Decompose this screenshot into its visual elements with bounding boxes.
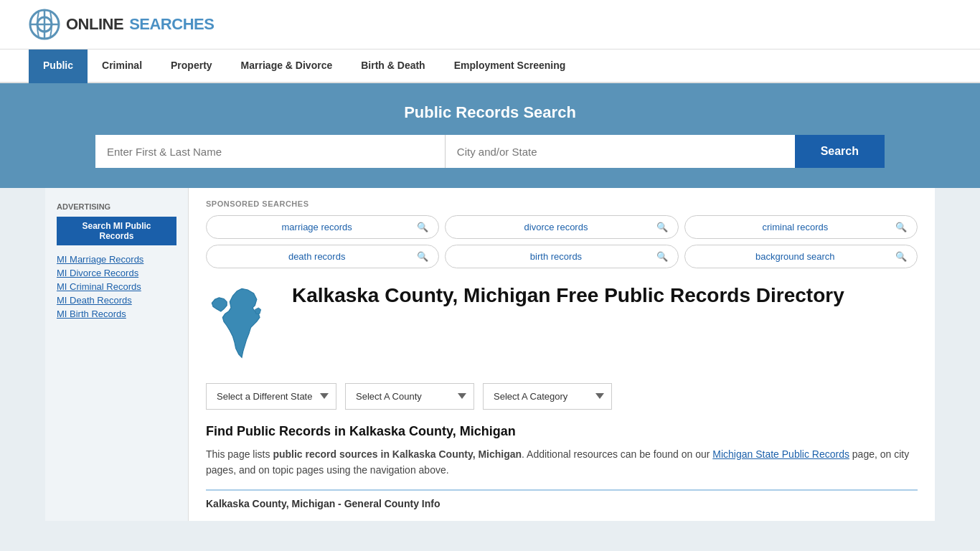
- sidebar-link-criminal[interactable]: MI Criminal Records: [57, 281, 176, 292]
- pill-criminal-records[interactable]: criminal records 🔍: [684, 215, 918, 239]
- pill-marriage-text: marriage records: [217, 222, 417, 232]
- pill-death-text: death records: [217, 251, 417, 262]
- search-icon-2: 🔍: [656, 222, 668, 232]
- pill-background-search[interactable]: background search 🔍: [684, 245, 918, 268]
- category-dropdown[interactable]: Select A Category: [483, 383, 612, 410]
- sponsored-label: SPONSORED SEARCHES: [206, 199, 918, 208]
- find-text-1: This page lists: [206, 448, 273, 460]
- nav-item-birth-death[interactable]: Birth & Death: [347, 50, 439, 83]
- nav-item-criminal[interactable]: Criminal: [88, 50, 156, 83]
- find-records-title: Find Public Records in Kalkaska County, …: [206, 424, 918, 439]
- nav-item-property[interactable]: Property: [156, 50, 227, 83]
- logo-icon: [29, 9, 60, 40]
- location-input[interactable]: [446, 135, 795, 168]
- main-nav: Public Criminal Property Marriage & Divo…: [0, 50, 980, 83]
- name-input[interactable]: [95, 135, 446, 168]
- sidebar-ad-button[interactable]: Search MI Public Records: [57, 217, 176, 245]
- search-bar: Search: [95, 135, 885, 168]
- search-icon-1: 🔍: [417, 222, 428, 232]
- search-icon-5: 🔍: [656, 251, 668, 262]
- nav-item-marriage-divorce[interactable]: Marriage & Divorce: [227, 50, 347, 83]
- page-heading-area: Kalkaska County, Michigan Free Public Re…: [206, 283, 918, 369]
- hero-title: Public Records Search: [29, 103, 951, 122]
- sidebar: Advertising Search MI Public Records MI …: [45, 188, 189, 521]
- sidebar-link-birth[interactable]: MI Birth Records: [57, 309, 176, 319]
- sidebar-links: MI Marriage Records MI Divorce Records M…: [57, 254, 176, 319]
- sidebar-link-marriage[interactable]: MI Marriage Records: [57, 254, 176, 265]
- nav-item-employment[interactable]: Employment Screening: [440, 50, 580, 83]
- county-info-heading: Kalkaska County, Michigan - General Coun…: [206, 489, 918, 509]
- pill-marriage-records[interactable]: marriage records 🔍: [206, 215, 439, 239]
- search-icon-3: 🔍: [895, 222, 907, 232]
- nav-item-public[interactable]: Public: [29, 50, 88, 83]
- pill-death-records[interactable]: death records 🔍: [206, 245, 439, 268]
- state-map: [206, 283, 278, 369]
- pill-birth-text: birth records: [456, 251, 656, 262]
- search-icon-6: 🔍: [895, 251, 907, 262]
- hero-section: Public Records Search Search: [0, 83, 980, 188]
- search-icon-4: 🔍: [417, 251, 428, 262]
- search-pills: marriage records 🔍 divorce records 🔍 cri…: [206, 215, 918, 268]
- sidebar-link-death[interactable]: MI Death Records: [57, 295, 176, 306]
- michigan-map-svg: [206, 283, 278, 367]
- county-dropdown[interactable]: Select A County: [345, 383, 474, 410]
- pill-birth-records[interactable]: birth records 🔍: [445, 245, 678, 268]
- site-header: ONLINE SEARCHES: [0, 0, 980, 50]
- page-title: Kalkaska County, Michigan Free Public Re…: [292, 283, 844, 308]
- content-area: SPONSORED SEARCHES marriage records 🔍 di…: [189, 188, 935, 521]
- pill-divorce-text: divorce records: [456, 222, 656, 232]
- logo-text-searches: SEARCHES: [129, 15, 214, 34]
- michigan-state-link[interactable]: Michigan State Public Records: [712, 448, 849, 460]
- search-button[interactable]: Search: [795, 135, 885, 168]
- pill-divorce-records[interactable]: divorce records 🔍: [445, 215, 678, 239]
- main-container: Advertising Search MI Public Records MI …: [45, 188, 935, 521]
- pill-criminal-text: criminal records: [695, 222, 895, 232]
- find-text-bold: public record sources in Kalkaska County…: [273, 448, 522, 460]
- logo[interactable]: ONLINE SEARCHES: [29, 9, 214, 40]
- sidebar-link-divorce[interactable]: MI Divorce Records: [57, 268, 176, 278]
- pill-background-text: background search: [695, 251, 895, 262]
- find-text-2: . Additional resources can be found on o…: [522, 448, 712, 460]
- logo-text-online: ONLINE: [66, 15, 123, 34]
- dropdowns-row: Select a Different State Select A County…: [206, 383, 918, 410]
- find-records-text: This page lists public record sources in…: [206, 446, 918, 479]
- state-dropdown[interactable]: Select a Different State: [206, 383, 336, 410]
- sidebar-ad-label: Advertising: [57, 202, 176, 211]
